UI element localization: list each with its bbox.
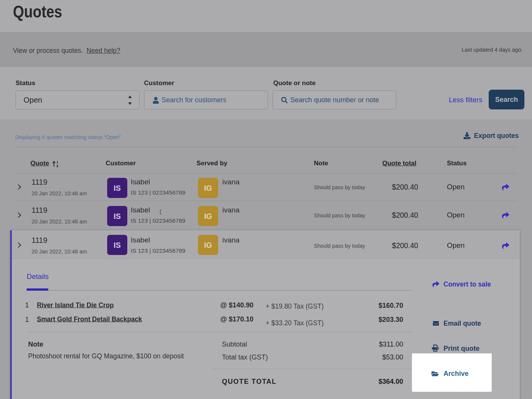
svg-text:1: 1 xyxy=(57,160,59,164)
svg-text:9: 9 xyxy=(57,164,59,168)
